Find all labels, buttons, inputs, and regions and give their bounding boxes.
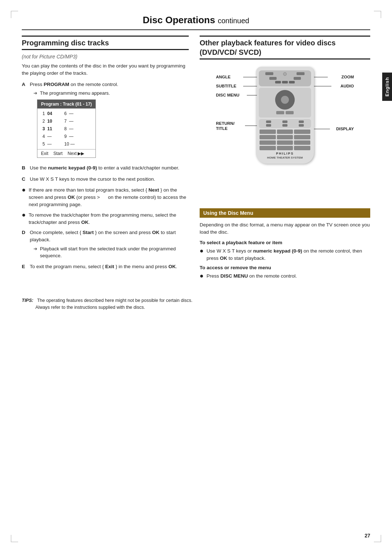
access-menu-bullet: ● Press DISC MENU on the remote control. (200, 273, 370, 280)
tips-section: TIPS: The operating features described h… (22, 297, 370, 311)
program-table-body: 1 04 6 — 2 10 7 — 3 11 8 — 4 — 9 — 5 — 1… (37, 108, 95, 149)
line-return (245, 126, 257, 126)
step-b: B Use the numeric keypad (0-9) to enter … (22, 164, 189, 172)
disc-menu-header: Using the Disc Menu (200, 208, 370, 218)
tips-text1: The operating features described here mi… (37, 298, 192, 303)
step-e: E To exit the program menu, select { Exi… (22, 263, 189, 270)
select-feature-bullet: ● Use W X S T keys or numeric keypad (0-… (200, 247, 370, 262)
step-b-bold: numeric keypad (0-9) (48, 165, 97, 171)
corner-mark-bl (11, 535, 18, 542)
header-continued: continued (218, 17, 249, 25)
left-section-subtitle: (not for Picture CD/MP3) (22, 54, 189, 60)
language-tab: English (382, 73, 392, 101)
step-a-bold: PROGRAM (44, 82, 69, 87)
program-table-footer: Exit Start Next ▶▶ (37, 149, 95, 157)
step-d: D Once complete, select { Start } on the… (22, 229, 189, 259)
line-display (314, 129, 330, 129)
step-a: A Press PROGRAM on the remote control. ➜… (22, 81, 189, 161)
left-column: Programming disc tracks (not for Picture… (22, 36, 189, 283)
line-angle (243, 77, 257, 77)
corner-mark-br (374, 535, 381, 542)
line-zoom (314, 77, 328, 77)
label-disc-menu: DISC MENU (216, 93, 240, 97)
corner-mark-tl (11, 11, 18, 18)
line-subtitle (243, 86, 257, 86)
right-section-title: Other playback features for video discs … (200, 36, 370, 60)
line-audio (314, 86, 331, 86)
access-menu-title: To access or remove the menu (200, 265, 370, 270)
disc-menu-body: Depending on the disc format, a menu may… (200, 221, 370, 236)
step-c: C Use W X S T keys to move the cursor to… (22, 176, 189, 183)
bullet-1: ● If there are more than ten total progr… (22, 187, 189, 209)
philips-logo: PHILIPS (259, 152, 311, 155)
tips-label: TIPS: (22, 298, 33, 303)
program-table-header: Program : Track (01 - 17) (37, 100, 95, 108)
select-feature-title: To select a playback feature or item (200, 240, 370, 245)
remote-body: PHILIPS HOME THEATER SYSTEM (256, 67, 314, 164)
line-disc-menu (247, 95, 257, 95)
step-a-arrow: ➜ The programming menu appears. (33, 90, 189, 97)
corner-mark-tr (374, 11, 381, 18)
remote-diagram: PHILIPS HOME THEATER SYSTEM ANGLE SUBTIT… (216, 63, 354, 197)
step-d-arrow: ➜ Playback will start from the selected … (33, 245, 189, 259)
tips-text2: Always refer to the instructions supplie… (36, 305, 145, 310)
remote-brand-text: HOME THEATER SYSTEM (259, 156, 311, 159)
bullet-2: ● To remove the track/chapter from the p… (22, 212, 189, 226)
label-return-title: RETURN/ TITLE (216, 121, 234, 131)
label-angle: ANGLE (216, 75, 230, 79)
page-title: Disc Operations continued (0, 0, 392, 29)
label-display: DISPLAY (336, 127, 354, 131)
left-section-intro: You can play the contents of the disc in… (22, 62, 189, 77)
program-table: Program : Track (01 - 17) 1 04 6 — 2 10 … (37, 99, 96, 158)
label-audio: AUDIO (340, 84, 354, 88)
content-area: Programming disc tracks (not for Picture… (0, 36, 392, 290)
page-number: 27 (364, 533, 370, 538)
remote-diagram-area: PHILIPS HOME THEATER SYSTEM ANGLE SUBTIT… (200, 63, 370, 201)
header-divider (22, 29, 370, 30)
label-zoom: ZOOM (342, 75, 354, 79)
left-section-title: Programming disc tracks (22, 36, 189, 50)
label-subtitle: SUBTITLE (216, 84, 236, 88)
right-column: Other playback features for video discs … (200, 36, 370, 283)
